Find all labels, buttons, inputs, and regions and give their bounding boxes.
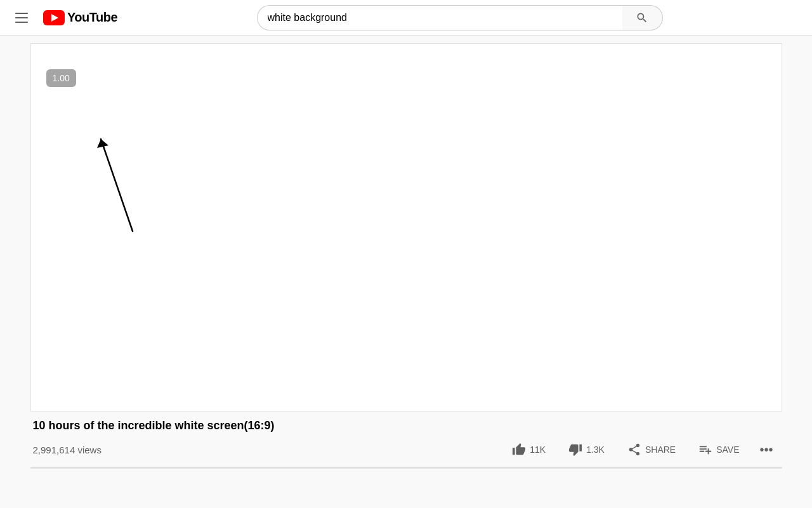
header: YouTube: [0, 0, 812, 36]
arrow-annotation: [95, 133, 139, 246]
action-buttons: 11K 1.3K SHARE: [503, 438, 779, 462]
thumbs-down-icon: [568, 443, 582, 457]
save-label: SAVE: [716, 444, 739, 455]
youtube-logo[interactable]: YouTube: [43, 10, 117, 25]
like-button[interactable]: 11K: [503, 438, 554, 462]
share-button[interactable]: SHARE: [619, 438, 684, 462]
video-content: 1.00: [31, 44, 782, 411]
youtube-logo-icon: [43, 10, 65, 25]
view-count: 2,991,614 views: [33, 444, 102, 455]
search-input[interactable]: [257, 5, 622, 30]
dislike-count: 1.3K: [586, 444, 605, 455]
search-button[interactable]: [622, 5, 663, 30]
video-player[interactable]: 1.00: [30, 43, 782, 411]
more-icon: •••: [759, 443, 773, 456]
video-info: 10 hours of the incredible white screen(…: [30, 419, 782, 462]
search-container: [257, 5, 663, 30]
video-progress-bar[interactable]: [30, 467, 782, 469]
like-count: 11K: [530, 444, 546, 455]
thumbs-up-icon: [512, 443, 526, 457]
youtube-logo-text: YouTube: [67, 10, 117, 25]
save-button[interactable]: SAVE: [690, 438, 748, 462]
more-options-button[interactable]: •••: [753, 438, 779, 461]
speed-badge[interactable]: 1.00: [46, 69, 76, 87]
header-center: [232, 5, 688, 30]
share-icon: [627, 443, 641, 457]
svg-line-2: [101, 139, 133, 231]
share-label: SHARE: [645, 444, 676, 455]
video-title: 10 hours of the incredible white screen(…: [33, 419, 780, 432]
svg-marker-3: [97, 139, 108, 148]
hamburger-menu-button[interactable]: [10, 8, 33, 28]
save-icon: [698, 443, 712, 457]
search-icon: [636, 11, 648, 24]
header-left: YouTube: [10, 8, 117, 28]
video-meta-row: 2,991,614 views 11K 1.3K: [33, 438, 780, 462]
dislike-button[interactable]: 1.3K: [560, 438, 613, 462]
main-content: 1.00 10 hours of the incredible white sc…: [0, 36, 812, 476]
